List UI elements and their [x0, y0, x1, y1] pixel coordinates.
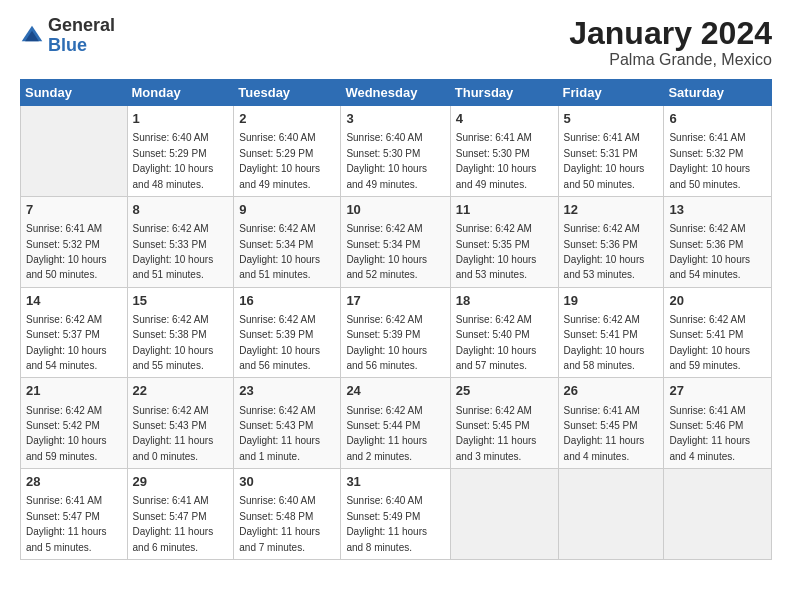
day-number: 22 [133, 382, 229, 400]
day-info: Sunrise: 6:42 AM Sunset: 5:35 PM Dayligh… [456, 223, 537, 280]
generalblue-icon [20, 24, 44, 48]
table-row: 27Sunrise: 6:41 AM Sunset: 5:46 PM Dayli… [664, 378, 772, 469]
day-info: Sunrise: 6:42 AM Sunset: 5:36 PM Dayligh… [564, 223, 645, 280]
col-sunday: Sunday [21, 80, 128, 106]
day-number: 9 [239, 201, 335, 219]
day-info: Sunrise: 6:41 AM Sunset: 5:30 PM Dayligh… [456, 132, 537, 189]
table-row: 28Sunrise: 6:41 AM Sunset: 5:47 PM Dayli… [21, 469, 128, 560]
day-number: 3 [346, 110, 444, 128]
logo-general-text: General [48, 15, 115, 35]
day-info: Sunrise: 6:42 AM Sunset: 5:41 PM Dayligh… [669, 314, 750, 371]
day-number: 8 [133, 201, 229, 219]
day-info: Sunrise: 6:42 AM Sunset: 5:36 PM Dayligh… [669, 223, 750, 280]
table-row: 31Sunrise: 6:40 AM Sunset: 5:49 PM Dayli… [341, 469, 450, 560]
day-info: Sunrise: 6:42 AM Sunset: 5:43 PM Dayligh… [133, 405, 214, 462]
calendar-week-row: 7Sunrise: 6:41 AM Sunset: 5:32 PM Daylig… [21, 196, 772, 287]
col-tuesday: Tuesday [234, 80, 341, 106]
day-number: 27 [669, 382, 766, 400]
day-info: Sunrise: 6:42 AM Sunset: 5:41 PM Dayligh… [564, 314, 645, 371]
day-number: 10 [346, 201, 444, 219]
col-wednesday: Wednesday [341, 80, 450, 106]
calendar-week-row: 1Sunrise: 6:40 AM Sunset: 5:29 PM Daylig… [21, 106, 772, 197]
day-number: 1 [133, 110, 229, 128]
table-row: 12Sunrise: 6:42 AM Sunset: 5:36 PM Dayli… [558, 196, 664, 287]
day-number: 5 [564, 110, 659, 128]
day-info: Sunrise: 6:42 AM Sunset: 5:34 PM Dayligh… [239, 223, 320, 280]
day-info: Sunrise: 6:40 AM Sunset: 5:49 PM Dayligh… [346, 495, 427, 552]
day-number: 6 [669, 110, 766, 128]
col-thursday: Thursday [450, 80, 558, 106]
table-row: 16Sunrise: 6:42 AM Sunset: 5:39 PM Dayli… [234, 287, 341, 378]
day-number: 14 [26, 292, 122, 310]
table-row [558, 469, 664, 560]
month-title: January 2024 [569, 16, 772, 51]
table-row: 15Sunrise: 6:42 AM Sunset: 5:38 PM Dayli… [127, 287, 234, 378]
header: General Blue January 2024 Palma Grande, … [20, 16, 772, 69]
logo-blue-text: Blue [48, 35, 87, 55]
col-friday: Friday [558, 80, 664, 106]
day-info: Sunrise: 6:42 AM Sunset: 5:44 PM Dayligh… [346, 405, 427, 462]
day-number: 12 [564, 201, 659, 219]
page: General Blue January 2024 Palma Grande, … [0, 0, 792, 612]
table-row: 19Sunrise: 6:42 AM Sunset: 5:41 PM Dayli… [558, 287, 664, 378]
day-info: Sunrise: 6:42 AM Sunset: 5:45 PM Dayligh… [456, 405, 537, 462]
calendar-table: Sunday Monday Tuesday Wednesday Thursday… [20, 79, 772, 560]
day-info: Sunrise: 6:40 AM Sunset: 5:48 PM Dayligh… [239, 495, 320, 552]
table-row: 7Sunrise: 6:41 AM Sunset: 5:32 PM Daylig… [21, 196, 128, 287]
day-number: 24 [346, 382, 444, 400]
day-number: 29 [133, 473, 229, 491]
table-row: 6Sunrise: 6:41 AM Sunset: 5:32 PM Daylig… [664, 106, 772, 197]
day-number: 7 [26, 201, 122, 219]
table-row: 29Sunrise: 6:41 AM Sunset: 5:47 PM Dayli… [127, 469, 234, 560]
day-info: Sunrise: 6:41 AM Sunset: 5:45 PM Dayligh… [564, 405, 645, 462]
table-row: 5Sunrise: 6:41 AM Sunset: 5:31 PM Daylig… [558, 106, 664, 197]
table-row: 11Sunrise: 6:42 AM Sunset: 5:35 PM Dayli… [450, 196, 558, 287]
day-number: 17 [346, 292, 444, 310]
title-block: January 2024 Palma Grande, Mexico [569, 16, 772, 69]
day-info: Sunrise: 6:40 AM Sunset: 5:30 PM Dayligh… [346, 132, 427, 189]
table-row: 24Sunrise: 6:42 AM Sunset: 5:44 PM Dayli… [341, 378, 450, 469]
table-row: 8Sunrise: 6:42 AM Sunset: 5:33 PM Daylig… [127, 196, 234, 287]
table-row: 4Sunrise: 6:41 AM Sunset: 5:30 PM Daylig… [450, 106, 558, 197]
table-row [21, 106, 128, 197]
table-row [450, 469, 558, 560]
day-info: Sunrise: 6:41 AM Sunset: 5:32 PM Dayligh… [26, 223, 107, 280]
calendar-week-row: 21Sunrise: 6:42 AM Sunset: 5:42 PM Dayli… [21, 378, 772, 469]
day-info: Sunrise: 6:42 AM Sunset: 5:33 PM Dayligh… [133, 223, 214, 280]
calendar-header-row: Sunday Monday Tuesday Wednesday Thursday… [21, 80, 772, 106]
day-info: Sunrise: 6:42 AM Sunset: 5:39 PM Dayligh… [346, 314, 427, 371]
logo: General Blue [20, 16, 115, 56]
day-info: Sunrise: 6:42 AM Sunset: 5:38 PM Dayligh… [133, 314, 214, 371]
table-row: 26Sunrise: 6:41 AM Sunset: 5:45 PM Dayli… [558, 378, 664, 469]
day-info: Sunrise: 6:42 AM Sunset: 5:39 PM Dayligh… [239, 314, 320, 371]
day-number: 16 [239, 292, 335, 310]
day-number: 28 [26, 473, 122, 491]
day-info: Sunrise: 6:42 AM Sunset: 5:43 PM Dayligh… [239, 405, 320, 462]
table-row: 9Sunrise: 6:42 AM Sunset: 5:34 PM Daylig… [234, 196, 341, 287]
day-number: 23 [239, 382, 335, 400]
table-row: 3Sunrise: 6:40 AM Sunset: 5:30 PM Daylig… [341, 106, 450, 197]
table-row: 13Sunrise: 6:42 AM Sunset: 5:36 PM Dayli… [664, 196, 772, 287]
day-number: 2 [239, 110, 335, 128]
table-row: 14Sunrise: 6:42 AM Sunset: 5:37 PM Dayli… [21, 287, 128, 378]
table-row: 10Sunrise: 6:42 AM Sunset: 5:34 PM Dayli… [341, 196, 450, 287]
day-number: 11 [456, 201, 553, 219]
table-row: 20Sunrise: 6:42 AM Sunset: 5:41 PM Dayli… [664, 287, 772, 378]
day-number: 30 [239, 473, 335, 491]
day-info: Sunrise: 6:42 AM Sunset: 5:42 PM Dayligh… [26, 405, 107, 462]
col-monday: Monday [127, 80, 234, 106]
day-number: 21 [26, 382, 122, 400]
table-row: 1Sunrise: 6:40 AM Sunset: 5:29 PM Daylig… [127, 106, 234, 197]
day-info: Sunrise: 6:41 AM Sunset: 5:31 PM Dayligh… [564, 132, 645, 189]
table-row: 2Sunrise: 6:40 AM Sunset: 5:29 PM Daylig… [234, 106, 341, 197]
day-info: Sunrise: 6:40 AM Sunset: 5:29 PM Dayligh… [133, 132, 214, 189]
day-info: Sunrise: 6:42 AM Sunset: 5:34 PM Dayligh… [346, 223, 427, 280]
day-info: Sunrise: 6:42 AM Sunset: 5:40 PM Dayligh… [456, 314, 537, 371]
table-row: 18Sunrise: 6:42 AM Sunset: 5:40 PM Dayli… [450, 287, 558, 378]
day-info: Sunrise: 6:40 AM Sunset: 5:29 PM Dayligh… [239, 132, 320, 189]
calendar-week-row: 28Sunrise: 6:41 AM Sunset: 5:47 PM Dayli… [21, 469, 772, 560]
day-number: 19 [564, 292, 659, 310]
table-row: 21Sunrise: 6:42 AM Sunset: 5:42 PM Dayli… [21, 378, 128, 469]
day-number: 31 [346, 473, 444, 491]
table-row: 23Sunrise: 6:42 AM Sunset: 5:43 PM Dayli… [234, 378, 341, 469]
